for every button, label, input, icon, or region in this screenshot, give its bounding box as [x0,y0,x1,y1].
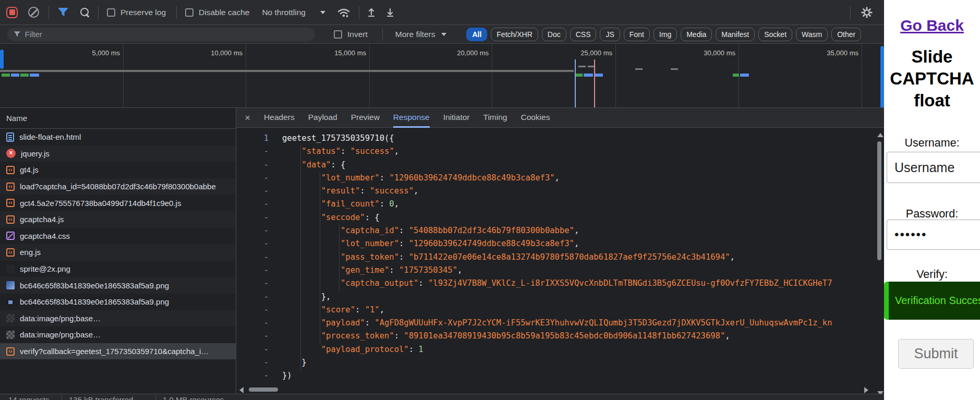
filter-chip-css[interactable]: CSS [570,28,597,41]
table-row[interactable]: gcaptcha4.css [0,228,236,245]
filter-chip-manifest[interactable]: Manifest [716,28,755,41]
filter-chip-all[interactable]: All [466,28,487,41]
request-name: data:image/png;base… [20,314,236,323]
tab-response[interactable]: Response [393,108,430,128]
filter-chip-img[interactable]: Img [654,28,677,41]
throttling-select[interactable]: No throttling [262,8,306,17]
scroll-right-arrow[interactable] [864,387,868,393]
search-button[interactable] [79,7,91,18]
invert-checkbox[interactable] [334,30,342,39]
overview-right-handle[interactable] [880,46,884,108]
scroll-left-arrow[interactable] [239,387,244,393]
request-name: data:image/png;base… [20,330,236,339]
script-file-icon: ‹› [6,183,15,191]
code-text: "lot_number": "12960b39624749ddbce88c49b… [282,172,560,185]
table-row[interactable]: data:image/png;base… [0,326,236,343]
gear-icon [861,7,873,18]
domcontentloaded-marker [575,59,576,108]
preserve-log-label[interactable]: Preserve log [120,8,166,17]
disable-cache-label[interactable]: Disable cache [199,8,249,17]
filter-chip-wasm[interactable]: Wasm [796,28,828,41]
filter-toggle-button[interactable] [57,7,69,17]
password-field[interactable] [887,220,980,250]
request-name: gcaptcha4.js [20,215,236,224]
toolbar-divider [359,6,359,19]
horizontal-scrollbar[interactable] [236,385,876,393]
waterfall-bar [30,74,39,77]
tab-payload[interactable]: Payload [308,108,337,128]
more-filters-button[interactable]: More filters [395,30,435,39]
chevron-down-icon[interactable] [320,11,325,14]
table-row[interactable]: ‹›load?captcha_id=54088bb07d2df3c46b79f8… [0,178,236,195]
table-row[interactable]: ‹›gcaptcha4.js [0,211,236,228]
network-conditions-button[interactable] [337,7,350,18]
line-number: - [236,330,282,343]
download-icon [385,7,395,18]
record-button[interactable] [6,7,18,18]
table-row[interactable]: data:image/png;base… [0,310,236,327]
line-number: - [236,145,282,158]
horizontal-scroll-thumb[interactable] [249,387,278,392]
table-row[interactable]: ‹›eng.js [0,244,236,261]
name-column-header[interactable]: Name [0,108,236,129]
toolbar-divider [49,6,49,19]
funnel-icon [57,7,69,17]
image-thumbnail [6,265,15,273]
submit-button[interactable]: Submit [898,339,974,369]
code-text: "data": { [282,159,345,172]
preserve-log-checkbox[interactable] [107,8,115,17]
import-har-button[interactable] [367,7,376,18]
script-file-icon: ‹› [6,166,15,174]
filter-chip-fetch-xhr[interactable]: Fetch/XHR [491,28,538,41]
activity-dash [578,66,586,67]
tab-initiator[interactable]: Initiator [443,108,470,128]
vertical-scroll-thumb[interactable] [877,141,881,260]
response-code-viewer[interactable]: 1geetest_1757350359710({- "status": "suc… [236,128,876,386]
code-line: - "result": "success", [236,185,876,198]
vertical-scrollbar[interactable] [875,128,884,394]
filter-chip-font[interactable]: Font [624,28,650,41]
scroll-up-arrow[interactable] [877,133,884,137]
code-text: "status": "success", [282,145,399,158]
export-har-button[interactable] [385,7,395,18]
filter-chip-js[interactable]: JS [600,28,620,41]
tab-timing[interactable]: Timing [483,108,507,128]
filter-chip-doc[interactable]: Doc [542,28,566,41]
settings-button[interactable] [861,7,873,18]
disable-cache-checkbox[interactable] [185,8,193,17]
table-row[interactable]: ‹›gct4.5a2e755576738ba0499d714db4f1c9e0.… [0,195,236,211]
table-row[interactable]: sprite@2x.png [0,261,236,277]
request-name: bc646c65f83b41839e0e1865383af5a9.png [20,297,236,306]
line-number: - [236,185,282,198]
line-number: - [236,317,282,330]
table-row[interactable]: slide-float-en.html [0,129,236,146]
timeline-tick-label: 5,000 ms [63,49,120,57]
clear-icon [28,7,39,18]
filter-chip-other[interactable]: Other [831,28,861,41]
go-back-link[interactable]: Go Back [884,17,980,34]
overview-page-bar [0,70,574,72]
close-icon[interactable]: × [245,112,250,124]
filter-chip-media[interactable]: Media [681,28,712,41]
clear-button[interactable] [28,7,39,18]
table-row[interactable]: ‹›gt4.js [0,162,236,178]
filter-input-container[interactable] [7,28,315,41]
filter-input[interactable] [25,30,309,39]
filter-chip-socket[interactable]: Socket [758,28,792,41]
overview-left-handle[interactable] [0,50,4,69]
tab-preview[interactable]: Preview [351,108,380,128]
request-name: gt4.js [20,165,236,174]
detail-tab-bar: × HeadersPayloadPreviewResponseInitiator… [236,108,884,128]
captcha-verification-bar[interactable]: Verification Success [884,282,980,320]
tab-headers[interactable]: Headers [264,108,295,128]
network-overview-timeline[interactable]: 5,000 ms10,000 ms15,000 ms20,000 ms25,00… [0,44,884,108]
table-row[interactable]: ‹›verify?callback=geetest_1757350359710&… [0,343,236,360]
invert-label[interactable]: Invert [347,30,368,39]
timeline-tick-label: 10,000 ms [185,49,243,57]
table-row[interactable]: ×jquery.js [0,146,236,162]
tab-cookies[interactable]: Cookies [521,108,550,128]
username-field[interactable] [887,152,980,183]
chevron-down-icon[interactable] [441,33,446,36]
table-row[interactable]: bc646c65f83b41839e0e1865383af5a9.png [0,277,236,294]
table-row[interactable]: bc646c65f83b41839e0e1865383af5a9.png [0,294,236,310]
